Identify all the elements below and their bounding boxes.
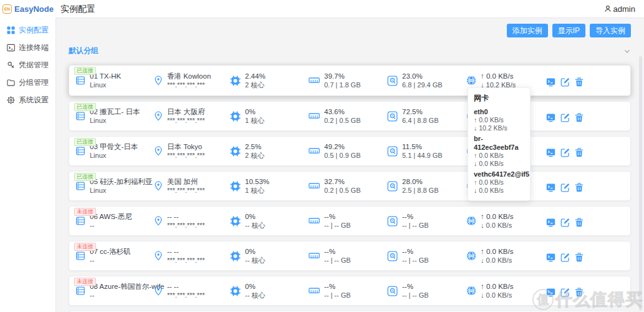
- memory-usage-gb: -- | -- GB: [324, 256, 351, 265]
- sidebar-item-terminal[interactable]: 连接终端: [0, 39, 55, 56]
- network-globe-icon[interactable]: [466, 76, 476, 85]
- group-name[interactable]: 默认分组: [69, 46, 99, 56]
- location-pin-icon: [154, 111, 163, 121]
- sidebar-item-label: 分组管理: [19, 77, 49, 88]
- disk-usage-gb: -- | -- GB: [402, 256, 429, 265]
- edit-button[interactable]: [560, 253, 570, 262]
- add-instance-button[interactable]: 添加实例: [507, 24, 548, 37]
- disk-usage-gb: 2.5 | 8.8 GB: [402, 186, 439, 195]
- net-up-rate: ↑ 0.0 KB/s: [481, 72, 516, 80]
- delete-button[interactable]: [575, 288, 584, 297]
- edit-button[interactable]: [560, 148, 570, 157]
- disk-usage-percent: --%: [402, 282, 429, 291]
- user-icon: [604, 5, 612, 12]
- server-ip: ***.***.***.***: [167, 80, 211, 89]
- server-icon: [75, 76, 85, 85]
- disk-usage-gb: -- | -- GB: [402, 221, 429, 230]
- terminal-button[interactable]: [546, 183, 555, 192]
- memory-icon: [309, 182, 320, 190]
- disk-usage-gb: 6.4 | 8.8 GB: [402, 116, 439, 125]
- gear-icon: [7, 96, 15, 104]
- key-icon: [7, 61, 15, 69]
- toolbar: 添加实例 显示IP 导入实例: [69, 24, 631, 37]
- location-pin-icon: [154, 251, 163, 261]
- network-globe-icon[interactable]: [466, 251, 476, 261]
- memory-usage-gb: 0.5 | 0.9 GB: [324, 151, 361, 160]
- terminal-button[interactable]: [546, 77, 555, 87]
- disk-icon: [387, 181, 398, 192]
- cpu-icon: [230, 111, 241, 122]
- memory-usage-percent: --%: [324, 212, 351, 221]
- cpu-usage: 10.53%: [245, 177, 269, 186]
- user-menu[interactable]: admin: [604, 0, 635, 17]
- status-badge: 未连接: [74, 243, 96, 251]
- sidebar-item-groups[interactable]: 分组管理: [0, 74, 55, 91]
- interface-down-rate: ↓ 0.0 KB/s: [474, 187, 524, 195]
- memory-icon: [309, 147, 320, 155]
- edit-button[interactable]: [560, 183, 570, 192]
- delete-button[interactable]: [575, 218, 584, 227]
- disk-usage-percent: 28.0%: [402, 177, 439, 186]
- cpu-usage: 0%: [245, 282, 265, 291]
- server-card: 已连接 02 搬瓦工- 日本 Linux 日本 大阪府 ***.***.***.…: [69, 101, 631, 131]
- cpu-usage: 2.5%: [245, 142, 264, 151]
- server-icon: [75, 216, 85, 226]
- disk-usage-percent: 23.0%: [402, 72, 443, 80]
- server-card: 已连接 05 硅沃-加利福利亚 Linux 美国 加州 ***.***.***.…: [69, 171, 631, 201]
- logo-badge: EN: [2, 4, 12, 14]
- delete-button[interactable]: [575, 77, 584, 87]
- edit-button[interactable]: [560, 288, 570, 297]
- sidebar-item-instance-config[interactable]: 实例配置: [0, 21, 55, 39]
- edit-button[interactable]: [560, 113, 570, 122]
- chevron-down-icon[interactable]: [623, 47, 631, 55]
- sidebar: 实例配置 连接终端 凭据管理 分组管理 系统设置: [0, 17, 56, 312]
- delete-button[interactable]: [575, 148, 584, 157]
- memory-usage-gb: 0.2 | 0.5 GB: [324, 186, 361, 195]
- import-instance-button[interactable]: 导入实例: [590, 24, 631, 37]
- server-icon: [75, 111, 85, 121]
- sidebar-item-credentials[interactable]: 凭据管理: [0, 56, 55, 74]
- disk-icon: [387, 251, 398, 261]
- interface-down-rate: ↓ 0.0 KB/s: [474, 160, 524, 168]
- show-ip-button[interactable]: 显示IP: [552, 24, 585, 37]
- network-globe-icon[interactable]: [466, 216, 476, 226]
- edit-button[interactable]: [560, 218, 570, 227]
- memory-usage-gb: 0.2 | 0.5 GB: [324, 116, 361, 125]
- main-content: 添加实例 显示IP 导入实例 默认分组 已连接 01 TX-HK Linux: [56, 18, 644, 312]
- server-ip: ***.***.***.***: [167, 186, 205, 195]
- network-globe-icon[interactable]: [466, 286, 476, 296]
- sidebar-item-settings[interactable]: 系统设置: [0, 91, 55, 109]
- cpu-cores: 1 核心: [245, 116, 264, 125]
- server-ip: ***.***.***.***: [167, 151, 205, 160]
- status-badge: 已连接: [74, 138, 96, 146]
- interface-name: br-412ec3eebf7a: [474, 134, 524, 152]
- server-name: 05 硅沃-加利福利亚: [90, 177, 152, 186]
- terminal-button[interactable]: [546, 148, 555, 157]
- top-header: EN EasyNode 实例配置 admin: [0, 0, 644, 17]
- server-name: 02 搬瓦工- 日本: [90, 107, 140, 116]
- status-badge: 未连接: [74, 278, 96, 286]
- location-pin-icon: [154, 216, 163, 226]
- delete-button[interactable]: [575, 113, 584, 122]
- memory-icon: [309, 217, 320, 225]
- delete-button[interactable]: [575, 183, 584, 192]
- status-badge: 已连接: [74, 67, 96, 75]
- sidebar-item-label: 系统设置: [19, 95, 49, 105]
- edit-button[interactable]: [560, 77, 570, 87]
- terminal-button[interactable]: [546, 113, 555, 122]
- page-title: 实例配置: [60, 0, 95, 17]
- sidebar-item-label: 实例配置: [19, 25, 49, 36]
- disk-usage-gb: 5.1 | 44.9 GB: [402, 151, 443, 160]
- server-os: Linux: [90, 151, 138, 160]
- memory-icon: [309, 76, 320, 85]
- memory-usage-percent: 32.7%: [324, 177, 361, 186]
- net-up-rate: ↑ 0.0 KB/s: [481, 282, 513, 291]
- terminal-button[interactable]: [546, 253, 555, 262]
- delete-button[interactable]: [575, 253, 584, 262]
- cpu-cores: -- 核心: [245, 256, 265, 265]
- server-card: 未连接 07 cc-洛杉矶 -- -- -- ***.***.***.***: [69, 241, 631, 271]
- server-location: -- --: [167, 282, 205, 291]
- scrollbar[interactable]: [639, 56, 642, 311]
- terminal-button[interactable]: [546, 218, 555, 227]
- terminal-button[interactable]: [546, 288, 555, 297]
